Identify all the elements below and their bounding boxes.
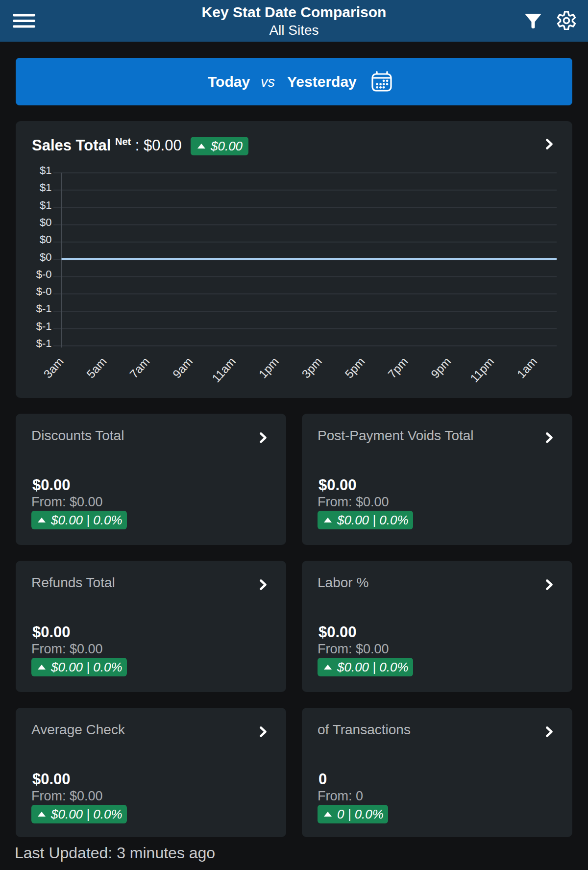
svg-text:3pm: 3pm (299, 355, 324, 381)
svg-text:$1: $1 (40, 199, 51, 211)
svg-text:$1: $1 (40, 164, 51, 176)
svg-text:9am: 9am (170, 355, 195, 381)
svg-text:7am: 7am (127, 355, 152, 381)
svg-text:7pm: 7pm (385, 355, 410, 381)
svg-text:9pm: 9pm (428, 355, 453, 381)
svg-text:1am: 1am (514, 355, 539, 381)
svg-text:$-1: $-1 (36, 337, 52, 349)
svg-text:$1: $1 (40, 181, 51, 194)
svg-text:$-0: $-0 (36, 268, 52, 280)
svg-text:11am: 11am (209, 355, 238, 385)
svg-text:5pm: 5pm (342, 355, 367, 381)
svg-text:5am: 5am (84, 355, 109, 381)
svg-text:1pm: 1pm (256, 355, 281, 381)
svg-text:$-0: $-0 (36, 285, 52, 298)
svg-text:$0: $0 (40, 216, 51, 228)
svg-text:$-1: $-1 (36, 302, 52, 315)
svg-text:$0: $0 (40, 251, 51, 263)
svg-text:$-1: $-1 (36, 320, 52, 332)
svg-text:11pm: 11pm (467, 355, 496, 385)
svg-text:3am: 3am (41, 355, 66, 381)
svg-text:$0: $0 (40, 233, 51, 246)
